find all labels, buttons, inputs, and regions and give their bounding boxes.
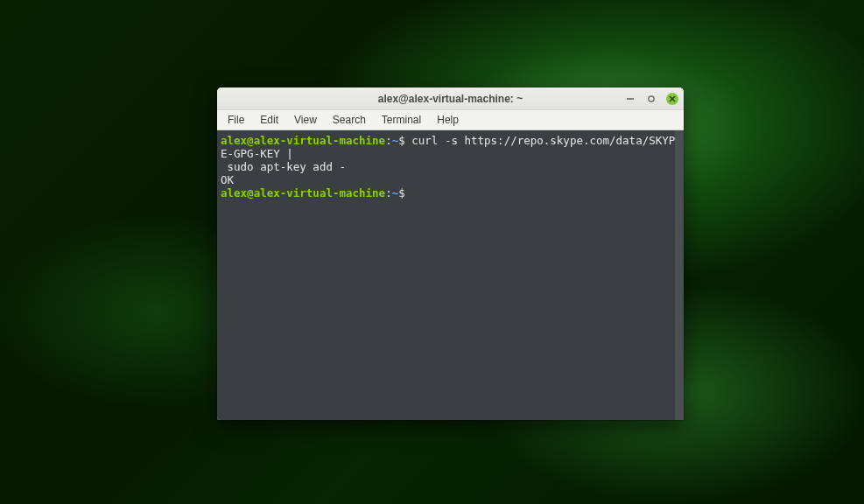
prompt-sep: : — [385, 134, 392, 147]
prompt-sep-2: : — [385, 186, 392, 200]
desktop-background: alex@alex-virtual-machine: ~ — [0, 0, 864, 504]
menu-edit[interactable]: Edit — [253, 112, 285, 128]
terminal-scrollbar[interactable] — [675, 130, 684, 420]
menu-view[interactable]: View — [287, 112, 324, 128]
close-icon — [669, 95, 676, 102]
close-button[interactable] — [666, 93, 678, 105]
prompt-userhost: alex@alex-virtual-machine — [221, 134, 385, 147]
terminal-line-4: alex@alex-virtual-machine:~$ — [221, 186, 678, 200]
titlebar[interactable]: alex@alex-virtual-machine: ~ — [217, 88, 684, 110]
menu-help[interactable]: Help — [430, 112, 466, 128]
menubar: File Edit View Search Terminal Help — [217, 110, 684, 130]
minimize-button[interactable] — [624, 93, 636, 105]
terminal-line-2: sudo apt-key add - — [221, 160, 678, 173]
scrollbar-thumb[interactable] — [677, 132, 682, 420]
terminal-line-3: OK — [221, 173, 678, 186]
minimize-icon — [626, 94, 635, 103]
terminal-line-1: alex@alex-virtual-machine:~$ curl -s htt… — [221, 134, 678, 160]
svg-point-1 — [649, 95, 654, 101]
menu-search[interactable]: Search — [326, 112, 373, 128]
output-ok: OK — [221, 173, 234, 186]
cmd-2 — [405, 186, 412, 200]
menu-file[interactable]: File — [221, 112, 251, 128]
prompt-userhost-2: alex@alex-virtual-machine — [221, 186, 385, 200]
terminal-body[interactable]: alex@alex-virtual-machine:~$ curl -s htt… — [217, 130, 684, 420]
maximize-icon — [647, 94, 656, 103]
prompt-symbol: $ — [398, 134, 405, 147]
terminal-window: alex@alex-virtual-machine: ~ — [217, 88, 684, 420]
window-controls — [624, 93, 678, 105]
prompt-symbol-2: $ — [398, 186, 405, 200]
maximize-button[interactable] — [645, 93, 657, 105]
window-title: alex@alex-virtual-machine: ~ — [378, 93, 523, 105]
cmd-1-cont: sudo apt-key add - — [221, 160, 346, 173]
menu-terminal[interactable]: Terminal — [375, 112, 428, 128]
